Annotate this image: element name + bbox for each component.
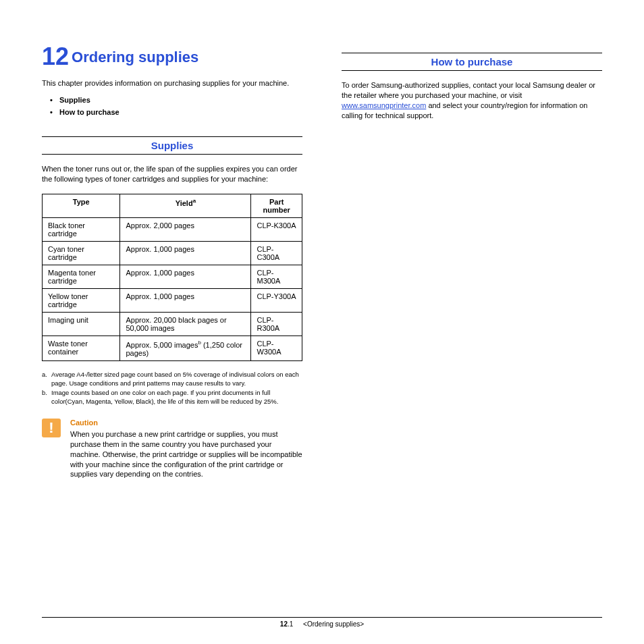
section-heading-supplies: Supplies [42, 136, 302, 155]
caution-body: When you purchase a new print cartridge … [70, 429, 302, 479]
table-row: Black toner cartridge Approx. 2,000 page… [43, 218, 302, 242]
table-header-row: Type Yielda Part number [43, 194, 302, 218]
footer-chapter: <Ordering supplies> [303, 620, 364, 628]
caution-title: Caution [70, 419, 302, 427]
footer-page-rest: .1 [288, 620, 293, 628]
toc-item-how-to-purchase[interactable]: How to purchase [50, 108, 302, 116]
purchase-body: To order Samsung-authorized supplies, co… [342, 80, 602, 120]
caution-icon: ! [42, 419, 61, 437]
section-heading-purchase: How to purchase [342, 53, 602, 71]
samsung-printer-link[interactable]: www.samsungprinter.com [342, 101, 426, 109]
table-row: Imaging unit Approx. 20,000 black pages … [43, 313, 302, 336]
table-row: Cyan toner cartridge Approx. 1,000 pages… [43, 242, 302, 265]
toc-item-supplies[interactable]: Supplies [50, 96, 302, 104]
th-type: Type [43, 194, 120, 218]
th-yield: Yielda [120, 194, 251, 218]
chapter-toc: Supplies How to purchase [42, 96, 302, 116]
footnote-a: a. Average A4-/letter sized page count b… [42, 371, 302, 388]
footnotes: a. Average A4-/letter sized page count b… [42, 371, 302, 406]
th-part: Part number [251, 194, 302, 218]
footer-page-bold: 12 [280, 620, 288, 628]
chapter-intro: This chapter provides information on pur… [42, 78, 302, 88]
table-row: Yellow toner cartridge Approx. 1,000 pag… [43, 289, 302, 313]
table-row: Waste toner container Approx. 5,000 imag… [43, 336, 302, 361]
footnote-b: b. Image counts based on one color on ea… [42, 389, 302, 406]
chapter-title-text: Ordering supplies [72, 49, 198, 65]
caution-block: ! Caution When you purchase a new print … [42, 419, 302, 479]
supplies-intro: When the toner runs out or, the life spa… [42, 164, 302, 184]
chapter-number: 12 [42, 43, 69, 70]
page-footer: 12.1 <Ordering supplies> [42, 617, 602, 628]
supplies-table: Type Yielda Part number Black toner cart… [42, 194, 302, 361]
chapter-title: 12Ordering supplies [42, 43, 302, 70]
table-row: Magenta toner cartridge Approx. 1,000 pa… [43, 265, 302, 289]
